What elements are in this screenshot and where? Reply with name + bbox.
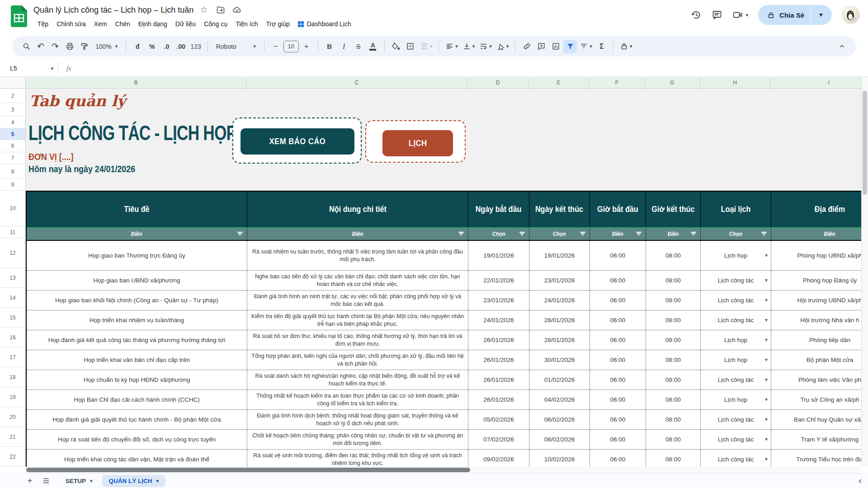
cell-title[interactable]: Họp Ban Chỉ đạo cải cách hành chính (CCH… <box>27 390 247 410</box>
hide-menus-button[interactable] <box>835 40 849 53</box>
cell-type[interactable]: Lịch công tác▾ <box>701 310 771 330</box>
cell-detail[interactable]: Kiểm tra tiến độ giải quyết thủ tục hành… <box>247 310 468 330</box>
cell-detail[interactable]: Đánh giá tình hình dịch bệnh; thống nhất… <box>247 410 468 430</box>
cell-start_time[interactable]: 06:00 <box>590 450 646 467</box>
cell-start_date[interactable]: 23/01/2026 <box>468 291 529 310</box>
menu-item-tiện-ích[interactable]: Tiện ích <box>231 19 262 29</box>
share-button[interactable]: Chia Sẻ ▼ <box>758 5 832 25</box>
cell-start_time[interactable]: 06:00 <box>590 370 646 390</box>
filter-icon[interactable] <box>580 232 585 236</box>
cell-start_date[interactable]: 26/01/2026 <box>468 350 529 370</box>
column-header-E[interactable]: E <box>528 77 589 88</box>
paint-format-button[interactable] <box>77 40 91 53</box>
cell-location[interactable]: Phòng tiếp dân <box>771 330 861 350</box>
horizontal-scrollbar[interactable] <box>26 467 861 473</box>
chevron-down-icon[interactable]: ▾ <box>90 479 93 483</box>
dropdown-caret-icon[interactable]: ▾ <box>765 396 768 404</box>
cell-title[interactable]: Họp giao ban khối Nội chính (Công an - Q… <box>27 291 247 310</box>
share-dropdown-caret[interactable]: ▼ <box>813 12 829 18</box>
cell-end_time[interactable]: 08:00 <box>646 271 701 291</box>
cell-start_date[interactable]: 26/01/2026 <box>468 390 529 410</box>
menu-item-công-cụ[interactable]: Công cụ <box>200 19 231 29</box>
search-menus-button[interactable] <box>19 40 33 53</box>
cell-detail[interactable]: Rà soát vệ sinh môi trường, điểm đen rác… <box>247 450 468 467</box>
insert-comment-button[interactable] <box>534 40 548 53</box>
column-header-H[interactable]: H <box>700 77 770 88</box>
table-subheader-cell[interactable]: Chọn <box>529 228 590 240</box>
cell-start_time[interactable]: 06:00 <box>590 241 646 271</box>
row-header-10[interactable]: 10 <box>0 191 25 226</box>
cell-title[interactable]: Họp triển khai công tác dân vận, Mặt trậ… <box>27 450 247 467</box>
cell-location[interactable]: Phòng làm việc Văn ph <box>771 370 861 390</box>
horizontal-scroll-thumb[interactable] <box>26 468 470 472</box>
cell-type[interactable]: Lịch họp▾ <box>701 390 771 410</box>
cell-location[interactable]: Trường Tiểu học trên địa <box>771 450 861 467</box>
comments-icon[interactable] <box>712 9 722 20</box>
name-box[interactable]: L5 ▾ <box>0 65 53 72</box>
filter-views-button[interactable]: ▾ <box>578 40 594 53</box>
dropdown-caret-icon[interactable]: ▾ <box>765 277 768 284</box>
cell-type[interactable]: Lịch công tác▾ <box>701 271 771 291</box>
vertical-scrollbar[interactable] <box>861 77 868 467</box>
cell-detail[interactable]: Rà soát nhiệm vụ tuần trước, thống nhất … <box>247 241 468 271</box>
cell-type[interactable]: Lịch công tác▾ <box>701 410 771 430</box>
strikethrough-button[interactable]: S <box>352 40 365 53</box>
text-wrap-button[interactable]: ▾ <box>477 40 494 53</box>
row-header-8[interactable]: 8 <box>0 164 25 179</box>
font-size-input[interactable]: 10 <box>283 41 299 52</box>
table-subheader-cell[interactable]: Điền <box>590 228 646 240</box>
row-header-2[interactable]: 2 <box>0 89 25 103</box>
cell-title[interactable]: Họp giao ban Thường trực Đảng ủy <box>27 241 247 271</box>
document-title[interactable]: Quản lý Lịch công tác – Lịch họp – Lịch … <box>33 5 193 15</box>
cell-end_time[interactable]: 08:00 <box>646 310 701 330</box>
view-report-button[interactable]: XEM BÁO CÁO <box>241 128 354 155</box>
cell-start_date[interactable]: 07/02/2026 <box>468 430 529 450</box>
filter-icon[interactable] <box>458 232 464 236</box>
filter-icon[interactable] <box>519 232 525 236</box>
cell-location[interactable]: Phòng họp UBND xã/ph <box>771 241 861 271</box>
cell-location[interactable]: Trạm Y tế xã/phường <box>771 430 861 450</box>
star-icon[interactable]: ☆ <box>200 5 209 14</box>
cell-location[interactable]: Phòng họp Đảng ủy <box>771 271 861 291</box>
row-header-17[interactable]: 17 <box>0 347 25 367</box>
cell-detail[interactable]: Rà soát danh sách hộ nghèo/cận nghèo; cậ… <box>247 370 468 390</box>
cell-type[interactable]: Lịch công tác▾ <box>701 450 771 467</box>
all-sheets-button[interactable] <box>38 474 54 487</box>
filter-icon[interactable] <box>690 232 696 236</box>
cell-end_time[interactable]: 08:00 <box>646 410 701 430</box>
move-folder-icon[interactable] <box>216 5 225 14</box>
dropdown-caret-icon[interactable]: ▾ <box>765 376 768 384</box>
cell-start_time[interactable]: 06:00 <box>590 350 646 370</box>
table-header-cell[interactable]: Loại lịch <box>701 192 771 227</box>
cell-start_time[interactable]: 06:00 <box>590 430 646 450</box>
cell-location[interactable]: Hội trường Nhà văn h <box>771 310 861 330</box>
row-header-4[interactable]: 4 <box>0 117 25 128</box>
table-subheader-cell[interactable]: Điền <box>247 228 468 240</box>
table-header-cell[interactable]: Địa điểm <box>771 192 861 227</box>
table-header-cell[interactable]: Tiêu đề <box>27 192 247 227</box>
cell-location[interactable]: Trụ sở Công an xã/ph <box>771 390 861 410</box>
cell-start_time[interactable]: 06:00 <box>590 330 646 350</box>
avatar[interactable] <box>842 6 860 24</box>
format-percent-button[interactable]: % <box>145 40 159 53</box>
filter-icon[interactable] <box>237 232 243 236</box>
redo-button[interactable]: ↷ <box>48 40 62 53</box>
cell-start_date[interactable]: 05/02/2026 <box>468 410 529 430</box>
filter-button[interactable] <box>563 40 577 53</box>
sheet-tab-quản-lý-lịch[interactable]: QUẢN LÝ LỊCH▾ <box>102 475 166 487</box>
cell-start_time[interactable]: 06:00 <box>590 310 646 330</box>
cell-end_date[interactable]: 26/01/2026 <box>529 310 590 330</box>
table-header-cell[interactable]: Giờ bắt đầu <box>590 192 646 227</box>
cell-end_time[interactable]: 08:00 <box>646 330 701 350</box>
borders-button[interactable] <box>404 40 417 53</box>
cell-title[interactable]: Họp giao ban UBND xã/phường <box>27 271 247 291</box>
row-header-5[interactable]: 5 <box>0 128 25 140</box>
sheets-logo-icon[interactable] <box>11 5 27 27</box>
table-subheader-cell[interactable]: Điền <box>646 228 701 240</box>
functions-button[interactable]: Σ <box>595 40 609 53</box>
italic-button[interactable]: I <box>337 40 351 53</box>
cell-end_time[interactable]: 08:00 <box>646 291 701 310</box>
select-all-corner[interactable] <box>0 77 26 89</box>
table-header-cell[interactable]: Ngày kết thúc <box>529 192 590 227</box>
cell-type[interactable]: Lịch công tác▾ <box>701 370 771 390</box>
